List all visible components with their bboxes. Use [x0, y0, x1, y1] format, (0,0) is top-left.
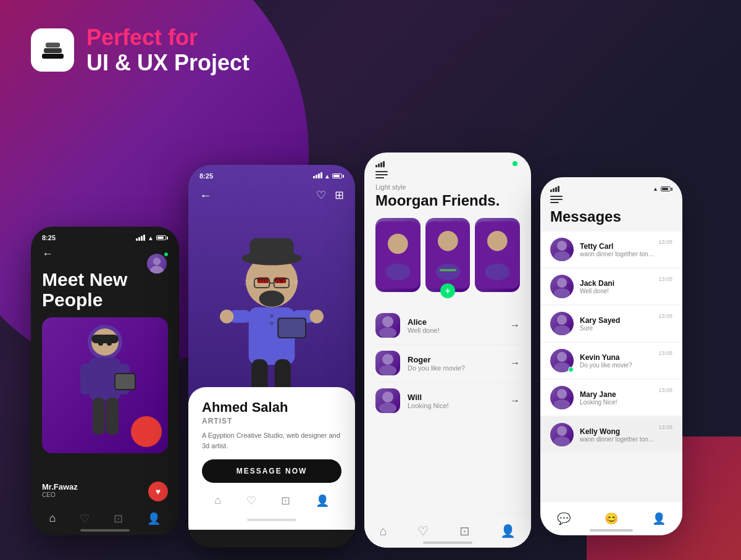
svg-point-63	[554, 399, 570, 409]
header-text: Perfect for UI & UX Project	[86, 25, 249, 76]
top-area-2: 8:25 ▲ ← ♡ ⊞	[188, 165, 355, 399]
battery-icon-2	[332, 173, 344, 178]
svg-rect-28	[250, 238, 294, 260]
msg-row-mary[interactable]: Mary Jane Looking Nice! 13:05	[540, 380, 682, 416]
msg-content-kary: Kary Sayed Sure	[580, 316, 655, 332]
status-bar-2: 8:25 ▲	[188, 165, 355, 183]
online-dot-3	[513, 161, 517, 166]
msg-avatar-kelly	[550, 423, 574, 446]
nav-bag-3[interactable]: ⊡	[459, 524, 470, 538]
title-subtitle: UI & UX Project	[86, 50, 249, 75]
msg-row-kary[interactable]: Kary Sayed Sure 13:05	[540, 306, 682, 341]
svg-rect-25	[278, 319, 305, 337]
friend-avatar-alice	[375, 313, 400, 338]
bottom-nav-2: ⌂ ♡ ⊡ 👤	[202, 490, 341, 510]
nav-profile-2[interactable]: 👤	[316, 494, 329, 508]
friend-info-roger: Roger Do you like movie?	[408, 355, 465, 372]
friends-list: Alice Well done! → Roger Do you like mov…	[364, 301, 531, 419]
home-indicator-2	[202, 512, 341, 524]
svg-point-61	[554, 362, 570, 372]
svg-point-35	[270, 314, 274, 318]
svg-point-59	[554, 325, 570, 335]
status-bar-4: ▲	[540, 177, 682, 196]
status-bar-3	[364, 153, 531, 171]
online-dot-kevin	[568, 367, 574, 372]
nav-emoji-4[interactable]: 😊	[605, 512, 618, 525]
nav-home-3[interactable]: ⌂	[380, 524, 387, 538]
svg-rect-12	[91, 335, 119, 343]
heart-button-1[interactable]: ♥	[148, 482, 168, 501]
character-big-2	[204, 214, 340, 399]
svg-point-60	[557, 352, 567, 362]
friend-arrow-roger[interactable]: →	[510, 357, 520, 369]
nav-heart-3[interactable]: ♡	[417, 524, 429, 538]
back-icon-2[interactable]: ←	[199, 188, 212, 203]
msg-row-jack[interactable]: Jack Dani Well done! 13:05	[540, 269, 682, 304]
share-icon-2[interactable]: ⊞	[335, 188, 344, 203]
messages-title: Messages	[540, 208, 682, 225]
hero-image-1	[42, 317, 168, 453]
svg-point-51	[379, 365, 396, 375]
svg-point-52	[382, 391, 393, 403]
status-bar-1: 8:25 ▲	[31, 227, 179, 245]
signal-icon-1	[136, 235, 145, 241]
phone-dark-meet: 8:25 ▲ ← Meet New People	[31, 227, 179, 535]
msg-content-tetty: Tetty Carl wann dinner together tonight?	[580, 242, 655, 257]
add-friend-btn-2[interactable]: +	[440, 283, 455, 298]
nav-home-2[interactable]: ⌂	[214, 494, 221, 508]
svg-point-4	[150, 266, 163, 274]
message-list: Tetty Carl wann dinner together tonight?…	[540, 232, 682, 454]
nav-profile-1[interactable]: 👤	[147, 512, 161, 525]
hamburger-menu-3[interactable]	[364, 171, 531, 178]
phone-light-friends: Light style Moorgan Friends.	[364, 153, 531, 548]
friend-row-roger[interactable]: Roger Do you like movie? →	[375, 345, 520, 382]
header: Perfect for UI & UX Project	[31, 25, 249, 76]
friend-row-will[interactable]: Will Looking Nice! →	[375, 382, 520, 419]
svg-point-48	[382, 316, 393, 327]
heart-icon-2[interactable]: ♡	[316, 188, 326, 203]
nav-heart-1[interactable]: ♡	[80, 512, 90, 525]
svg-point-39	[385, 264, 410, 280]
msg-avatar-jack	[550, 275, 574, 298]
friend-arrow-will[interactable]: →	[510, 395, 520, 406]
svg-rect-9	[93, 398, 105, 435]
msg-row-tetty[interactable]: Tetty Carl wann dinner together tonight?…	[540, 232, 682, 267]
nav-profile-4[interactable]: 👤	[652, 512, 666, 525]
user-role-1: CEO	[42, 491, 78, 498]
friend-arrow-alice[interactable]: →	[510, 320, 520, 331]
watermark-2: ZOOMBAO.COM	[244, 279, 299, 286]
battery-icon-4	[661, 186, 672, 191]
svg-point-43	[435, 264, 460, 280]
svg-rect-2	[46, 43, 60, 48]
artist-role-2: ARTIST	[202, 417, 341, 425]
nav-bag-2[interactable]: ⊡	[281, 494, 290, 508]
svg-point-22	[220, 309, 233, 323]
nav-messages-4[interactable]: 💬	[557, 512, 571, 525]
nav-heart-2[interactable]: ♡	[246, 494, 256, 508]
msg-row-kevin[interactable]: Kevin Yuna Do you like movie? 13:05	[540, 343, 682, 378]
status-icons-2: ▲	[313, 172, 344, 180]
nav-home-1[interactable]: ⌂	[49, 512, 56, 525]
svg-point-58	[557, 315, 567, 325]
top-icons-2: ← ♡ ⊞	[188, 188, 355, 203]
svg-point-56	[557, 278, 567, 288]
svg-point-13	[98, 341, 103, 346]
svg-point-36	[270, 322, 274, 325]
nav-profile-3[interactable]: 👤	[500, 524, 516, 538]
svg-point-47	[485, 264, 510, 280]
message-now-button[interactable]: MESSAGE NOW	[202, 459, 341, 483]
svg-point-50	[382, 354, 393, 365]
hamburger-menu-4[interactable]	[540, 196, 682, 203]
friend-row-alice[interactable]: Alice Well done! →	[375, 307, 520, 345]
time-1: 8:25	[42, 234, 56, 241]
svg-point-49	[379, 327, 396, 338]
svg-point-40	[395, 236, 401, 242]
msg-row-kelly[interactable]: Kelly Wong wann dinner together tonight?…	[540, 417, 682, 453]
svg-point-46	[487, 231, 508, 251]
status-right-4: ▲	[653, 186, 672, 192]
svg-point-54	[557, 241, 567, 251]
friend-card-1	[375, 218, 421, 292]
msg-content-jack: Jack Dani Well done!	[580, 279, 655, 295]
nav-bag-1[interactable]: ⊡	[114, 512, 123, 525]
msg-avatar-kary	[550, 312, 574, 335]
